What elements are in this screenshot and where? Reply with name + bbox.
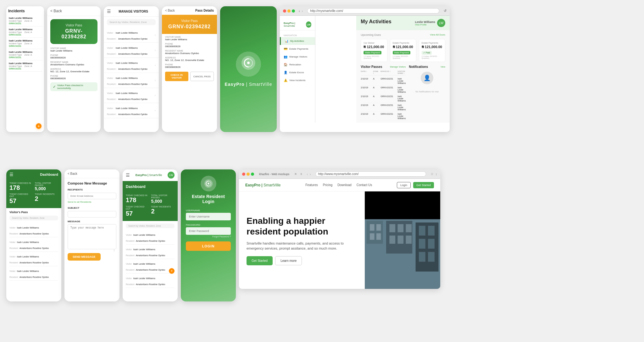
sidebar-item-activities[interactable]: 📊 My Activities — [280, 37, 315, 45]
hamburger-icon[interactable]: ☰ — [126, 173, 130, 178]
table-row[interactable]: 2/10/19 A GRNV10231 Isah Leslie Williams — [361, 112, 406, 121]
send-message-button[interactable]: SEND MESSAGE — [68, 253, 101, 261]
username-label: USERNAME — [186, 209, 200, 212]
visitor-list-item[interactable]: Visitor : Isah Leslie Williams Resident … — [104, 58, 159, 73]
incident-name: Isah Leslie Williams — [9, 17, 42, 19]
manage-visitors-link[interactable]: Manage Visitors — [390, 66, 406, 68]
minimize-dot[interactable] — [247, 173, 250, 176]
login-logo-circle — [201, 176, 216, 191]
back-button[interactable]: < Back — [165, 9, 175, 12]
visitor-list-item[interactable]: Visitor : Isah Leslie Williams Resident … — [104, 88, 159, 103]
password-input[interactable] — [186, 227, 231, 235]
visitor-list-item[interactable]: Visitor Isah Leslie Williams Resident Am… — [9, 223, 58, 237]
incident-item[interactable]: Isah Leslie Williams Incident Type Zone:… — [8, 26, 42, 38]
username-input[interactable] — [186, 213, 231, 220]
add-incident-button[interactable]: + — [36, 123, 42, 129]
forgot-password-link[interactable]: Forgot Password ? — [212, 235, 231, 238]
user-avatar-large[interactable]: LW — [437, 19, 445, 27]
browser-chrome: ‹ › http://mysmartville.com/ ↺ — [280, 6, 450, 16]
view-notifications-link[interactable]: View — [441, 66, 445, 68]
close-dot[interactable] — [242, 173, 245, 176]
table-row[interactable]: 2/10/19 A GRNV10231 Isah Leslie Williams — [361, 94, 406, 103]
visitor-search-input[interactable]: Search by Visitor, Resident, Zone — [107, 19, 156, 25]
sidebar-item-relocation[interactable]: 🏠 Relocation — [280, 61, 315, 69]
nav-back-icon[interactable]: ‹ — [299, 9, 300, 13]
table-row[interactable]: 2/10/19 A GRNV10231 Isah Leslie Williams — [361, 86, 406, 94]
sidebar-item-excos[interactable]: 👤 Estate Excos — [280, 69, 315, 76]
login-button[interactable]: Login — [397, 182, 411, 188]
tab-close-icon[interactable]: ✕ — [294, 172, 297, 176]
hero-learn-more-button[interactable]: Learn more — [275, 256, 302, 265]
add-button[interactable]: + — [169, 268, 175, 274]
nav-back-icon[interactable]: ‹ — [307, 172, 308, 176]
desktop-app-browser: ‹ › http://mysmartville.com/ ↺ EasyPro |… — [280, 6, 450, 132]
sidebar-item-visitors[interactable]: 👥 Manage Visitors — [280, 53, 315, 61]
nav-contact-link[interactable]: Contact Us — [357, 183, 372, 187]
nav-features-link[interactable]: Features — [305, 183, 318, 187]
back-button[interactable]: < Back — [68, 172, 77, 175]
visitor-list-item[interactable]: Visitor Isah Leslie Williams Resident Am… — [9, 237, 58, 252]
subject-input[interactable] — [68, 211, 116, 218]
make-payment-button[interactable]: Make Payment — [364, 51, 381, 54]
login-button[interactable]: LOGIN — [186, 241, 231, 251]
compose-title: Compose New Message — [68, 181, 116, 185]
close-dot[interactable] — [283, 9, 286, 13]
visitor-list-item[interactable]: Visitor Isah Leslie Williams Resident Am… — [126, 245, 175, 259]
recipients-input[interactable] — [68, 193, 116, 199]
url-bar[interactable]: http://mysmartville.com/ — [307, 8, 439, 14]
user-profile-link[interactable]: View Profile — [415, 24, 435, 26]
user-avatar[interactable]: LW — [306, 21, 312, 28]
table-row[interactable]: 2/10/19 A GRNV10231 Isah Leslie Williams — [361, 103, 406, 112]
url-bar-2[interactable]: http://www.mysmartville.com/ — [315, 171, 426, 177]
site-hero-section: Enabling a happier resident population S… — [239, 191, 440, 289]
bookmark-icon[interactable]: ☆ — [430, 172, 434, 176]
visitor-list-item[interactable]: Visitor : Isah Leslie Williams Resident … — [104, 43, 159, 58]
user-avatar[interactable]: LW — [168, 172, 175, 179]
fullscreen-dot[interactable] — [292, 9, 295, 13]
nav-pricing-link[interactable]: Pricing — [323, 183, 333, 187]
sidebar-item-label: Manage Visitors — [289, 55, 307, 58]
svg-rect-12 — [389, 224, 395, 232]
checkin-visitor-button[interactable]: CHECK IN VISITOR — [165, 72, 188, 81]
fullscreen-dot[interactable] — [251, 173, 254, 176]
message-textarea[interactable] — [68, 224, 116, 249]
stat2-incidents: TODAY INCIDENTS 2 — [151, 206, 175, 217]
visitor-list-item[interactable]: Visitor Isah Leslie Williams Resident Am… — [9, 252, 58, 266]
visitor-list-item[interactable]: Visitor : Isah Leslie Williams Resident … — [104, 103, 159, 118]
visitor-list-item[interactable]: Visitor : Isah Leslie Williams Resident … — [104, 28, 159, 43]
pass-details-actions: CHECK IN VISITOR CANCEL PASS — [162, 69, 217, 84]
nav-download-link[interactable]: Download — [337, 183, 351, 187]
visitor-list-item[interactable]: Visitor Isah Leslie Williams Resident Am… — [126, 259, 175, 273]
share-icon[interactable]: ↑ — [436, 172, 437, 176]
sidebar-item-payments[interactable]: 💳 Estate Payments — [280, 45, 315, 53]
view-all-dues-link[interactable]: View All Dues — [430, 33, 445, 36]
cancel-pass-button[interactable]: CANCEL PASS — [190, 72, 214, 81]
hero-get-started-button[interactable]: Get Started — [247, 256, 273, 265]
dashboard-body: Visitor's Pass Search by Visitor, Reside… — [6, 208, 61, 283]
stat-checked-in: TODAY CHECKED IN 178 — [9, 182, 33, 191]
visitor-list-item[interactable]: Visitor Isah Leslie Williams Resident Am… — [9, 266, 58, 281]
visitor-list-item[interactable]: Visitor Isah Leslie Williams Resident Am… — [126, 273, 175, 288]
nav-forward-icon[interactable]: › — [302, 9, 303, 13]
hamburger-icon[interactable]: ☰ — [9, 172, 14, 177]
visitor-list-item[interactable]: Visitor : Isah Leslie Williams Resident … — [104, 73, 159, 88]
incident-item[interactable]: Isah Leslie Williams Incident Type Zone:… — [8, 60, 42, 72]
make-payment-button-2[interactable]: Make Payment — [393, 51, 411, 54]
minimize-dot[interactable] — [287, 9, 291, 13]
incident-item[interactable]: Isah Leslie Williams Incident Type Zone:… — [8, 38, 42, 49]
visitor-search-input[interactable]: Search by Visitor, Resident, Zone — [9, 216, 58, 220]
hamburger-icon[interactable]: ☰ — [107, 9, 111, 14]
nav-forward-icon[interactable]: › — [310, 172, 311, 176]
send-to-all-link[interactable]: Send to all Residents — [68, 201, 116, 203]
tab-new-icon[interactable]: + — [300, 172, 302, 176]
table-row[interactable]: 2/10/19 A GRNV10231 Isah Leslie Williams — [361, 77, 406, 86]
sidebar-item-incidents[interactable]: ⚠️ View Incidents — [280, 76, 315, 84]
incident-item[interactable]: Isah Leslie Williams Incident Type Zone:… — [8, 15, 42, 26]
visitor-list-item[interactable]: Visitor Isah Leslie Williams Resident Am… — [126, 230, 175, 245]
get-started-button[interactable]: Get Started — [413, 182, 434, 188]
incident-item[interactable]: Isah Leslie Williams Incident Type Zone:… — [8, 49, 42, 60]
due-card-estate-payments-paid: Estate Payments ₦ 121,000.00 ✓ Paid 1 Co… — [419, 39, 445, 62]
search-input[interactable]: Search by Visitor, Resident, Zone — [126, 223, 175, 228]
reload-icon[interactable]: ↺ — [444, 9, 447, 13]
back-icon[interactable]: < Back — [50, 9, 62, 13]
